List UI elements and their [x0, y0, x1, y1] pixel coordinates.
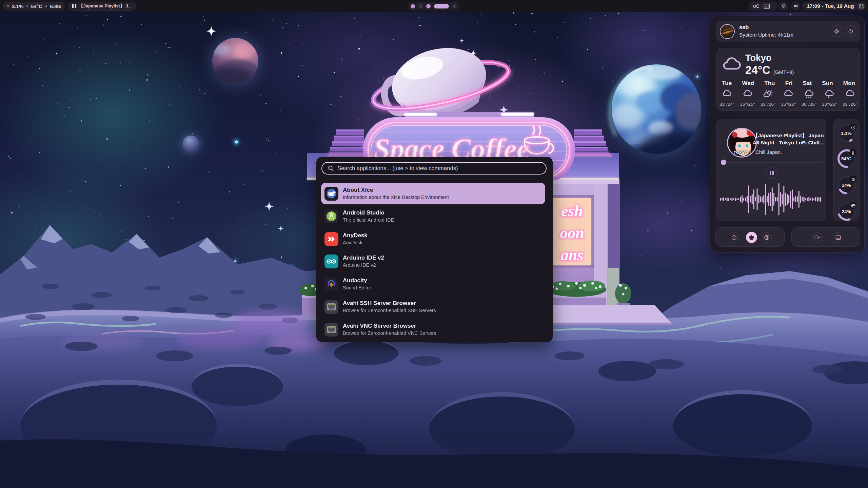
- svg-text:oon: oon: [560, 224, 584, 242]
- svg-text:14%: 14%: [842, 183, 851, 188]
- svg-text:54°C: 54°C: [841, 156, 851, 161]
- svg-text:3.1%: 3.1%: [841, 131, 852, 136]
- svg-text:24%: 24%: [842, 209, 851, 214]
- svg-text:esh: esh: [561, 202, 583, 220]
- svg-text:ans: ans: [561, 246, 583, 264]
